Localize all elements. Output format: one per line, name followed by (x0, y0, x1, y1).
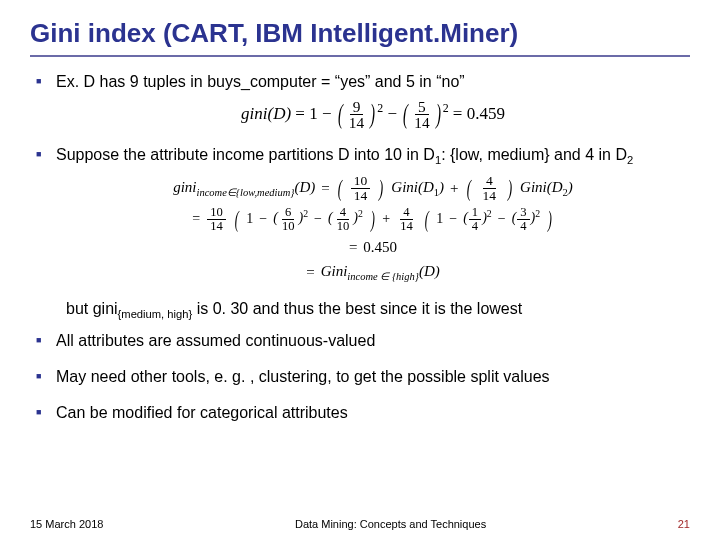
f1-sq1: 2 (377, 101, 383, 115)
formula-line-1: giniincome∈{low,medium}(D) = (1014) Gini… (173, 174, 573, 202)
f2-d2: 14 (480, 189, 500, 203)
b6-text: Can be modified for categorical attribut… (56, 404, 348, 421)
bullet-4: All attributes are assumed continuous-va… (30, 330, 690, 352)
f3-m2: − (314, 210, 322, 229)
bullet-list: Ex. D has 9 tuples in buys_computer = “y… (30, 71, 690, 284)
f4-eq: = (349, 237, 357, 257)
f3-one2: 1 (436, 210, 443, 229)
b5-text: May need other tools, e. g. , clustering… (56, 368, 550, 385)
bullet-list-2: All attributes are assumed continuous-va… (30, 330, 690, 423)
f2-n2: 4 (483, 174, 496, 189)
f2-g1e: ) (439, 179, 444, 195)
f3-s2: 2 (358, 208, 363, 219)
b3b: is 0. 30 and thus the best since it is t… (192, 300, 522, 317)
f3-m3: − (449, 210, 457, 229)
formula-line-4: = Giniincome ∈ {high}(D) (306, 261, 440, 284)
f5-b: (D) (419, 263, 440, 279)
f1-n2: 5 (415, 99, 429, 115)
bullet-2: Suppose the attribute income partitions … (30, 144, 690, 284)
f3-d3: 14 (397, 220, 416, 233)
f2-g2: Gini(D (520, 179, 563, 195)
f3-n4: 1 (469, 206, 481, 220)
f2-g1: Gini(D (391, 179, 434, 195)
formula-line-3: = 0.450 (349, 237, 397, 257)
f1-eq2: = (453, 103, 463, 122)
f1-one: 1 (309, 103, 318, 122)
formula-stack: giniincome∈{low,medium}(D) = (1014) Gini… (56, 174, 690, 284)
f2-g2e: ) (568, 179, 573, 195)
f3-d2: 10 (334, 220, 353, 233)
f3-m4: − (498, 210, 506, 229)
f3-m1: − (259, 210, 267, 229)
f4-val: 0.450 (363, 237, 397, 257)
f3-plus: + (382, 210, 390, 229)
footer-date: 15 March 2018 (30, 518, 103, 530)
f3-one1: 1 (246, 210, 253, 229)
f1-d2: 14 (411, 115, 432, 130)
footer-title: Data Mining: Concepts and Techniques (295, 518, 486, 530)
bullet-1-text: Ex. D has 9 tuples in buys_computer = “y… (56, 73, 465, 90)
f3-open2: ( (424, 211, 428, 229)
f1-minus2: − (387, 103, 397, 122)
f3-d1: 10 (279, 220, 298, 233)
f2-plus: + (450, 178, 458, 198)
slide-title: Gini index (CART, IBM Intelligent.Miner) (30, 18, 690, 49)
f3-close1: ) (371, 211, 375, 229)
bullet-6: Can be modified for categorical attribut… (30, 402, 690, 424)
f3-s1: 2 (303, 208, 308, 219)
bullet-1: Ex. D has 9 tuples in buys_computer = “y… (30, 71, 690, 130)
f5-a: Gini (321, 263, 348, 279)
bullet-5: May need other tools, e. g. , clustering… (30, 366, 690, 388)
footer-page-number: 21 (678, 518, 690, 530)
f3-n3: 4 (400, 206, 412, 220)
f1-minus1: − (322, 103, 332, 122)
f1-eq: = (295, 103, 305, 122)
f3-d0: 14 (207, 220, 226, 233)
f3-close2: ) (548, 211, 552, 229)
f1-lhs: gini(D) (241, 103, 291, 122)
f3-eq: = (192, 210, 200, 229)
f5-sub: income ∈ {high} (347, 271, 419, 282)
f1-result: 0.459 (467, 103, 505, 122)
f1-d1: 14 (346, 115, 367, 130)
f1-sq2: 2 (443, 101, 449, 115)
f2-lhs-b: (D) (295, 179, 316, 195)
bullet-2a: Suppose the attribute income partitions … (56, 146, 435, 163)
f2-lhs-a: gini (173, 179, 196, 195)
f5-eq: = (306, 262, 314, 282)
f3-open1: ( (235, 211, 239, 229)
f3-n1: 6 (282, 206, 294, 220)
f3-n5: 3 (517, 206, 529, 220)
formula-line-2: = 1014 ( 1 − (610)2 − (410)2 ) + 414 ( 1… (192, 206, 553, 232)
bullet-3-continuation: but gini{medium, high} is 0. 30 and thus… (30, 298, 690, 322)
slide-footer: 15 March 2018 Data Mining: Concepts and … (0, 518, 720, 530)
sub-d2: 2 (627, 154, 633, 166)
f3-d4: 4 (469, 220, 481, 233)
f3-d5: 4 (517, 220, 529, 233)
f3-s4: 2 (535, 208, 540, 219)
f2-n1: 10 (351, 174, 371, 189)
f3-s3: 2 (487, 208, 492, 219)
f2-d1: 14 (351, 189, 371, 203)
f1-n1: 9 (350, 99, 364, 115)
title-underline (30, 55, 690, 57)
formula-gini-d: gini(D) = 1 − (914)2 − (514)2 = 0.459 (56, 99, 690, 131)
b3a: but gini (66, 300, 118, 317)
slide: Gini index (CART, IBM Intelligent.Miner)… (0, 0, 720, 540)
f2-lhs-sub: income∈{low,medium} (197, 187, 295, 198)
f2-eq: = (321, 178, 329, 198)
b3sub: {medium, high} (118, 308, 193, 320)
f3-n0: 10 (207, 206, 226, 220)
b4-text: All attributes are assumed continuous-va… (56, 332, 375, 349)
f3-n2: 4 (337, 206, 349, 220)
bullet-2b: : {low, medium} and 4 in D (441, 146, 627, 163)
